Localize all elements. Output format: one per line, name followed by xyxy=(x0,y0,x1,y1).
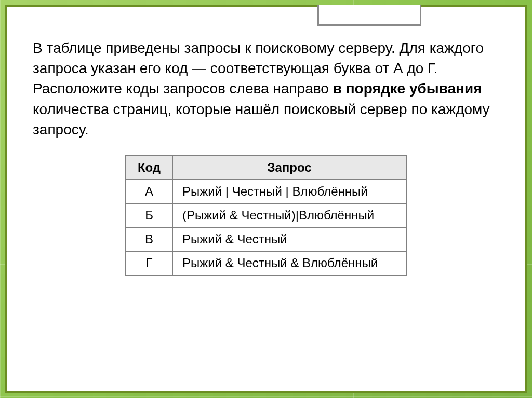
cell-code: В xyxy=(126,227,172,251)
cell-query: (Рыжий & Честный)|Влюблённый xyxy=(172,203,406,227)
cell-query: Рыжий & Честный & Влюблённый xyxy=(172,251,406,275)
cell-code: Б xyxy=(126,203,172,227)
table-row: В Рыжий & Честный xyxy=(126,227,406,251)
table-row: А Рыжий | Честный | Влюблённый xyxy=(126,180,406,203)
description-part2: количества страниц, которые нашёл поиско… xyxy=(33,101,490,138)
query-table: Код Запрос А Рыжий | Честный | Влюблённы… xyxy=(125,155,407,276)
table-header-row: Код Запрос xyxy=(126,156,406,180)
task-description: В таблице приведены запросы к поисковому… xyxy=(33,38,499,140)
cell-query: Рыжий & Честный xyxy=(172,227,406,251)
slide-container: В таблице приведены запросы к поисковому… xyxy=(0,0,532,398)
cell-code: Г xyxy=(126,251,172,275)
table-container: Код Запрос А Рыжий | Честный | Влюблённы… xyxy=(33,155,499,276)
table-row: Б (Рыжий & Честный)|Влюблённый xyxy=(126,203,406,227)
description-bold: в порядке убывания xyxy=(333,80,482,97)
table-row: Г Рыжий & Честный & Влюблённый xyxy=(126,251,406,275)
cell-code: А xyxy=(126,180,172,203)
header-query: Запрос xyxy=(172,156,406,180)
content-box: В таблице приведены запросы к поисковому… xyxy=(5,5,527,393)
tab-decoration xyxy=(317,5,421,26)
cell-query: Рыжий | Честный | Влюблённый xyxy=(172,180,406,203)
header-code: Код xyxy=(126,156,172,180)
